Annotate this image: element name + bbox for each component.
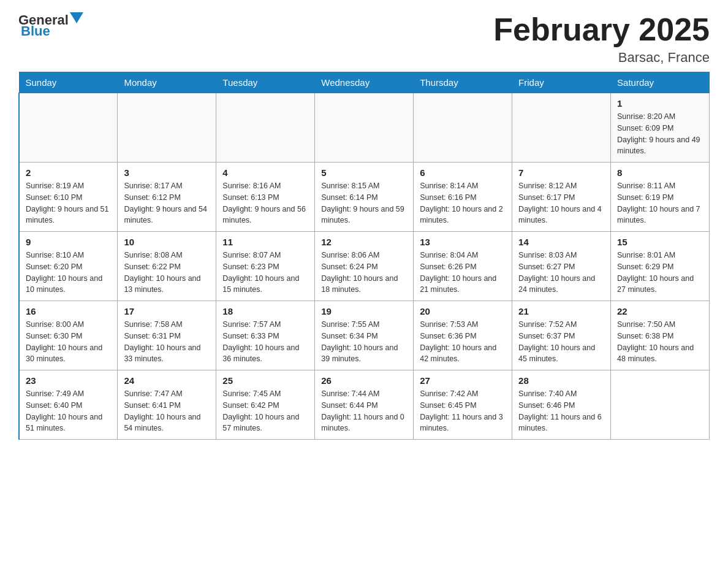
calendar-cell: 23Sunrise: 7:49 AM Sunset: 6:40 PM Dayli… (19, 370, 118, 440)
calendar-cell: 2Sunrise: 8:19 AM Sunset: 6:10 PM Daylig… (19, 163, 118, 232)
header-monday: Monday (118, 72, 216, 93)
day-info: Sunrise: 8:03 AM Sunset: 6:27 PM Dayligh… (518, 250, 604, 296)
day-number: 1 (617, 98, 703, 109)
calendar-cell: 9Sunrise: 8:10 AM Sunset: 6:20 PM Daylig… (19, 232, 118, 301)
week-row-0: 1Sunrise: 8:20 AM Sunset: 6:09 PM Daylig… (19, 93, 710, 163)
calendar-cell: 6Sunrise: 8:14 AM Sunset: 6:16 PM Daylig… (414, 163, 512, 232)
day-number: 11 (222, 237, 308, 247)
header-sunday: Sunday (19, 72, 118, 93)
day-info: Sunrise: 7:58 AM Sunset: 6:31 PM Dayligh… (124, 319, 210, 365)
day-info: Sunrise: 7:44 AM Sunset: 6:44 PM Dayligh… (321, 388, 407, 434)
calendar-cell (216, 93, 315, 163)
calendar-cell: 8Sunrise: 8:11 AM Sunset: 6:19 PM Daylig… (611, 163, 710, 232)
day-number: 13 (420, 237, 506, 247)
week-row-1: 2Sunrise: 8:19 AM Sunset: 6:10 PM Daylig… (19, 163, 710, 232)
calendar-cell (611, 370, 710, 440)
calendar-cell (19, 93, 118, 163)
day-info: Sunrise: 8:00 AM Sunset: 6:30 PM Dayligh… (26, 319, 111, 365)
logo: General Blue (18, 12, 83, 39)
logo-blue-text: Blue (21, 23, 50, 39)
calendar-cell: 19Sunrise: 7:55 AM Sunset: 6:34 PM Dayli… (315, 301, 414, 370)
day-number: 19 (321, 306, 407, 316)
day-number: 4 (222, 167, 308, 178)
day-info: Sunrise: 8:17 AM Sunset: 6:12 PM Dayligh… (124, 180, 210, 226)
day-info: Sunrise: 7:50 AM Sunset: 6:38 PM Dayligh… (617, 319, 703, 365)
day-number: 16 (26, 306, 111, 316)
calendar-cell: 22Sunrise: 7:50 AM Sunset: 6:38 PM Dayli… (611, 301, 710, 370)
day-info: Sunrise: 7:57 AM Sunset: 6:33 PM Dayligh… (222, 319, 308, 365)
calendar-cell (118, 93, 216, 163)
calendar-cell: 13Sunrise: 8:04 AM Sunset: 6:26 PM Dayli… (414, 232, 512, 301)
day-number: 15 (617, 237, 703, 247)
header-friday: Friday (512, 72, 611, 93)
day-info: Sunrise: 8:04 AM Sunset: 6:26 PM Dayligh… (420, 250, 506, 296)
day-number: 12 (321, 237, 407, 247)
calendar-cell: 16Sunrise: 8:00 AM Sunset: 6:30 PM Dayli… (19, 301, 118, 370)
header-wednesday: Wednesday (315, 72, 414, 93)
calendar-cell (512, 93, 611, 163)
title-block: February 2025 Barsac, France (493, 12, 710, 66)
header-thursday: Thursday (414, 72, 512, 93)
calendar-cell (315, 93, 414, 163)
day-info: Sunrise: 8:08 AM Sunset: 6:22 PM Dayligh… (124, 250, 210, 296)
day-info: Sunrise: 8:11 AM Sunset: 6:19 PM Dayligh… (617, 180, 703, 226)
calendar-cell: 15Sunrise: 8:01 AM Sunset: 6:29 PM Dayli… (611, 232, 710, 301)
logo-triangle-icon (70, 12, 83, 23)
day-number: 26 (321, 375, 407, 386)
day-number: 10 (124, 237, 210, 247)
day-number: 24 (124, 375, 210, 386)
calendar-cell: 11Sunrise: 8:07 AM Sunset: 6:23 PM Dayli… (216, 232, 315, 301)
day-info: Sunrise: 8:16 AM Sunset: 6:13 PM Dayligh… (222, 180, 308, 226)
day-number: 7 (518, 167, 604, 178)
day-number: 18 (222, 306, 308, 316)
day-number: 3 (124, 167, 210, 178)
calendar-cell (414, 93, 512, 163)
calendar-table: SundayMondayTuesdayWednesdayThursdayFrid… (18, 72, 710, 440)
day-info: Sunrise: 8:12 AM Sunset: 6:17 PM Dayligh… (518, 180, 604, 226)
day-info: Sunrise: 7:49 AM Sunset: 6:40 PM Dayligh… (26, 388, 111, 434)
day-info: Sunrise: 7:42 AM Sunset: 6:45 PM Dayligh… (420, 388, 506, 434)
day-info: Sunrise: 7:40 AM Sunset: 6:46 PM Dayligh… (518, 388, 604, 434)
day-number: 8 (617, 167, 703, 178)
day-number: 17 (124, 306, 210, 316)
calendar-cell: 27Sunrise: 7:42 AM Sunset: 6:45 PM Dayli… (414, 370, 512, 440)
calendar-cell: 1Sunrise: 8:20 AM Sunset: 6:09 PM Daylig… (611, 93, 710, 163)
page-header: General Blue February 2025 Barsac, Franc… (18, 12, 710, 66)
week-row-3: 16Sunrise: 8:00 AM Sunset: 6:30 PM Dayli… (19, 301, 710, 370)
header-saturday: Saturday (611, 72, 710, 93)
day-number: 6 (420, 167, 506, 178)
day-number: 2 (26, 167, 111, 178)
day-info: Sunrise: 8:01 AM Sunset: 6:29 PM Dayligh… (617, 250, 703, 296)
day-number: 5 (321, 167, 407, 178)
calendar-cell: 20Sunrise: 7:53 AM Sunset: 6:36 PM Dayli… (414, 301, 512, 370)
calendar-cell: 17Sunrise: 7:58 AM Sunset: 6:31 PM Dayli… (118, 301, 216, 370)
day-number: 9 (26, 237, 111, 247)
calendar-cell: 25Sunrise: 7:45 AM Sunset: 6:42 PM Dayli… (216, 370, 315, 440)
day-info: Sunrise: 7:55 AM Sunset: 6:34 PM Dayligh… (321, 319, 407, 365)
week-row-4: 23Sunrise: 7:49 AM Sunset: 6:40 PM Dayli… (19, 370, 710, 440)
day-info: Sunrise: 8:14 AM Sunset: 6:16 PM Dayligh… (420, 180, 506, 226)
day-info: Sunrise: 7:52 AM Sunset: 6:37 PM Dayligh… (518, 319, 604, 365)
day-info: Sunrise: 8:07 AM Sunset: 6:23 PM Dayligh… (222, 250, 308, 296)
day-number: 28 (518, 375, 604, 386)
day-number: 27 (420, 375, 506, 386)
day-info: Sunrise: 8:06 AM Sunset: 6:24 PM Dayligh… (321, 250, 407, 296)
location-subtitle: Barsac, France (493, 50, 710, 66)
calendar-cell: 21Sunrise: 7:52 AM Sunset: 6:37 PM Dayli… (512, 301, 611, 370)
calendar-cell: 3Sunrise: 8:17 AM Sunset: 6:12 PM Daylig… (118, 163, 216, 232)
svg-marker-0 (70, 12, 83, 23)
calendar-cell: 24Sunrise: 7:47 AM Sunset: 6:41 PM Dayli… (118, 370, 216, 440)
day-number: 22 (617, 306, 703, 316)
calendar-cell: 4Sunrise: 8:16 AM Sunset: 6:13 PM Daylig… (216, 163, 315, 232)
header-tuesday: Tuesday (216, 72, 315, 93)
calendar-header-row: SundayMondayTuesdayWednesdayThursdayFrid… (19, 72, 710, 93)
day-info: Sunrise: 8:19 AM Sunset: 6:10 PM Dayligh… (26, 180, 111, 226)
calendar-cell: 7Sunrise: 8:12 AM Sunset: 6:17 PM Daylig… (512, 163, 611, 232)
day-info: Sunrise: 7:47 AM Sunset: 6:41 PM Dayligh… (124, 388, 210, 434)
day-info: Sunrise: 8:10 AM Sunset: 6:20 PM Dayligh… (26, 250, 111, 296)
calendar-cell: 28Sunrise: 7:40 AM Sunset: 6:46 PM Dayli… (512, 370, 611, 440)
calendar-cell: 26Sunrise: 7:44 AM Sunset: 6:44 PM Dayli… (315, 370, 414, 440)
day-number: 20 (420, 306, 506, 316)
day-info: Sunrise: 7:45 AM Sunset: 6:42 PM Dayligh… (222, 388, 308, 434)
calendar-cell: 12Sunrise: 8:06 AM Sunset: 6:24 PM Dayli… (315, 232, 414, 301)
